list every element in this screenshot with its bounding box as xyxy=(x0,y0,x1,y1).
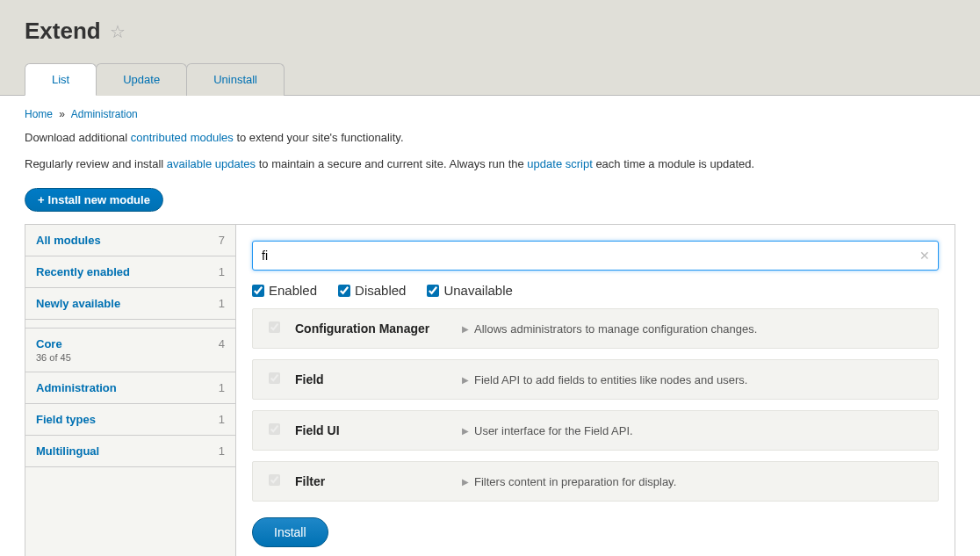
module-name: Configuration Manager xyxy=(295,321,462,336)
intro-text-fragment: Regularly review and install xyxy=(25,157,167,170)
sidebar-item-label: Recently enabled xyxy=(36,265,130,278)
module-name: Field UI xyxy=(295,423,462,437)
primary-tabs: List Update Uninstall xyxy=(25,62,955,95)
module-row: Configuration Manager ▶ Allows administr… xyxy=(252,308,939,349)
sidebar-item-count: 4 xyxy=(219,337,225,350)
filter-unavailable-checkbox[interactable] xyxy=(427,285,439,297)
contributed-modules-link[interactable]: contributed modules xyxy=(131,131,234,144)
page-title: Extend xyxy=(25,18,101,45)
module-category-sidebar: All modules 7 Recently enabled 1 Newly a… xyxy=(25,225,236,556)
expand-caret-icon[interactable]: ▶ xyxy=(462,375,469,385)
breadcrumb: Home » Administration xyxy=(25,108,955,120)
sidebar-item-count: 1 xyxy=(219,297,225,310)
update-script-link[interactable]: update script xyxy=(527,157,592,170)
sidebar-item-count: 1 xyxy=(219,444,225,458)
module-enable-checkbox[interactable] xyxy=(269,474,280,486)
sidebar-item-label-wrap: Core 36 of 45 xyxy=(36,337,71,363)
filter-unavailable-label: Unavailable xyxy=(443,283,512,298)
clear-search-icon[interactable]: ✕ xyxy=(919,249,930,263)
intro-text-fragment: to maintain a secure and current site. A… xyxy=(256,157,527,170)
sidebar-item-count: 1 xyxy=(219,381,225,394)
filter-enabled-checkbox[interactable] xyxy=(252,285,264,297)
module-row: Field ▶ Field API to add fields to entit… xyxy=(252,359,939,400)
filter-enabled-label: Enabled xyxy=(269,283,317,298)
sidebar-item-label: Multilingual xyxy=(36,444,99,458)
expand-caret-icon[interactable]: ▶ xyxy=(462,477,469,487)
module-enable-checkbox[interactable] xyxy=(269,372,280,384)
intro-text-fragment: to extend your site's functionality. xyxy=(234,131,404,144)
breadcrumb-admin[interactable]: Administration xyxy=(71,108,138,120)
expand-caret-icon[interactable]: ▶ xyxy=(462,426,469,436)
module-search-input[interactable] xyxy=(252,241,939,271)
intro-line-2: Regularly review and install available u… xyxy=(25,155,955,173)
sidebar-item-label: All modules xyxy=(36,234,101,247)
sidebar-item-field-types[interactable]: Field types 1 xyxy=(25,404,235,436)
intro-line-1: Download additional contributed modules … xyxy=(25,129,955,147)
sidebar-item-count: 7 xyxy=(219,234,225,247)
sidebar-item-label: Administration xyxy=(36,381,117,394)
module-name: Field xyxy=(295,372,462,386)
sidebar-item-label: Core xyxy=(36,337,62,350)
sidebar-item-count: 1 xyxy=(219,413,225,426)
filter-disabled[interactable]: Disabled xyxy=(338,283,406,298)
sidebar-item-newly-available[interactable]: Newly available 1 xyxy=(25,288,235,320)
module-description: Field API to add fields to entities like… xyxy=(474,373,747,386)
module-enable-checkbox[interactable] xyxy=(269,423,280,435)
module-row: Field UI ▶ User interface for the Field … xyxy=(252,410,939,451)
sidebar-item-core[interactable]: Core 36 of 45 4 xyxy=(25,329,235,372)
module-row: Filter ▶ Filters content in preparation … xyxy=(252,461,939,502)
filter-unavailable[interactable]: Unavailable xyxy=(427,283,512,298)
tab-uninstall[interactable]: Uninstall xyxy=(186,63,285,96)
sidebar-item-administration[interactable]: Administration 1 xyxy=(25,372,235,404)
sidebar-item-count: 1 xyxy=(219,265,225,278)
module-description: Allows administrators to manage configur… xyxy=(474,322,757,336)
install-new-module-label: Install new module xyxy=(48,193,150,206)
install-submit-button[interactable]: Install xyxy=(252,517,328,547)
sidebar-item-multilingual[interactable]: Multilingual 1 xyxy=(25,436,235,467)
sidebar-item-subcount: 36 of 45 xyxy=(36,352,71,363)
module-description: User interface for the Field API. xyxy=(474,424,633,437)
module-enable-checkbox[interactable] xyxy=(269,321,280,333)
module-description: Filters content in preparation for displ… xyxy=(474,475,676,488)
plus-icon: + xyxy=(38,193,45,206)
intro-text-fragment: Download additional xyxy=(25,131,131,144)
breadcrumb-sep: » xyxy=(59,108,65,120)
install-new-module-button[interactable]: +Install new module xyxy=(25,188,163,212)
filter-disabled-label: Disabled xyxy=(355,283,406,298)
sidebar-item-all-modules[interactable]: All modules 7 xyxy=(25,225,235,256)
filter-enabled[interactable]: Enabled xyxy=(252,283,317,298)
intro-text-fragment: each time a module is updated. xyxy=(593,157,754,170)
breadcrumb-home[interactable]: Home xyxy=(25,108,53,120)
module-name: Filter xyxy=(295,474,462,488)
sidebar-item-label: Field types xyxy=(36,413,96,426)
favorite-star-icon[interactable]: ☆ xyxy=(110,21,126,42)
status-filter-row: Enabled Disabled Unavailable xyxy=(252,283,939,298)
sidebar-item-label: Newly available xyxy=(36,297,120,310)
sidebar-filler xyxy=(25,467,235,546)
expand-caret-icon[interactable]: ▶ xyxy=(462,324,469,334)
available-updates-link[interactable]: available updates xyxy=(167,157,256,170)
tab-list[interactable]: List xyxy=(25,63,97,96)
tab-update[interactable]: Update xyxy=(96,63,187,96)
sidebar-item-recently-enabled[interactable]: Recently enabled 1 xyxy=(25,256,235,288)
filter-disabled-checkbox[interactable] xyxy=(338,285,350,297)
sidebar-spacer xyxy=(25,320,235,329)
